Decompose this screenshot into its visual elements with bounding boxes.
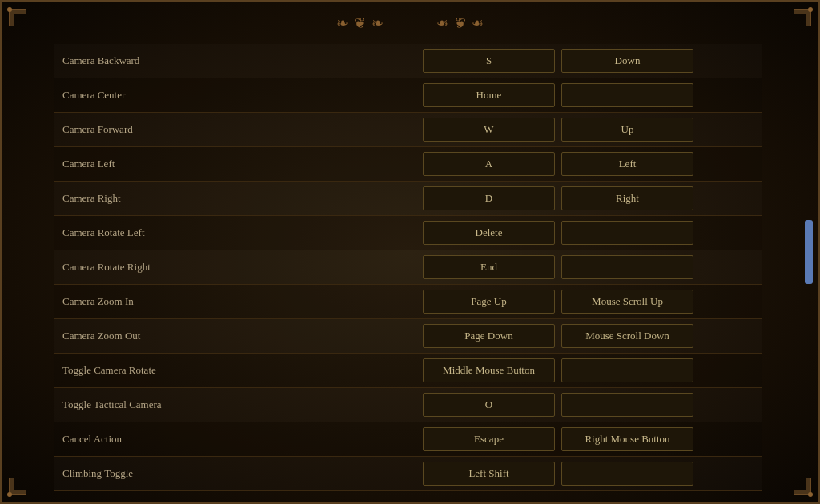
scrollbar[interactable] <box>805 220 813 284</box>
key-binding-secondary[interactable]: Down <box>561 49 693 73</box>
binding-name: Camera Backward <box>54 54 423 67</box>
key-binding-primary[interactable]: Home <box>423 83 555 107</box>
ornament-left: ❧ ❦ ❧ <box>336 14 400 36</box>
binding-name: Camera Zoom Out <box>54 330 423 342</box>
binding-name: Camera Rotate Left <box>54 226 423 239</box>
key-binding-primary[interactable]: Escape <box>423 427 555 451</box>
key-binding-primary[interactable]: Delete <box>423 221 555 245</box>
binding-keys: SDown <box>423 49 693 73</box>
key-binding-secondary[interactable]: Mouse Scroll Up <box>561 290 693 314</box>
table-row: Toggle Camera RotateMiddle Mouse Button <box>54 354 762 388</box>
binding-name: Camera Right <box>54 192 423 205</box>
key-binding-primary[interactable]: D <box>423 186 555 210</box>
svg-point-2 <box>7 492 12 497</box>
key-binding-secondary[interactable] <box>561 221 693 245</box>
key-binding-primary[interactable]: S <box>423 49 555 73</box>
binding-keys: Home <box>423 83 693 107</box>
svg-text:❦: ❦ <box>454 15 466 31</box>
binding-keys: ALeft <box>423 152 693 176</box>
binding-name: Camera Rotate Right <box>54 261 423 274</box>
binding-name: Camera Zoom In <box>54 295 423 308</box>
key-binding-primary[interactable]: O <box>423 393 555 417</box>
binding-name: Camera Forward <box>54 123 423 136</box>
key-binding-secondary[interactable] <box>561 255 693 279</box>
binding-name: Camera Left <box>54 158 423 170</box>
key-binding-secondary[interactable]: Left <box>561 152 693 176</box>
ornament-right: ❧ ❦ ❧ <box>420 14 484 36</box>
svg-text:❧: ❧ <box>472 15 484 31</box>
table-row: Camera ForwardWUp <box>54 113 762 147</box>
bindings-table: Camera BackwardSDownCamera CenterHome Ca… <box>2 44 818 491</box>
binding-name: Toggle Camera Rotate <box>54 364 423 377</box>
table-row: Cancel ActionEscapeRight Mouse Button <box>54 422 762 457</box>
binding-keys: End <box>423 255 693 279</box>
key-binding-secondary[interactable]: Mouse Scroll Down <box>561 324 693 348</box>
binding-keys: O <box>423 393 693 417</box>
header: ❧ ❦ ❧ ❧ ❦ ❧ <box>2 2 818 44</box>
key-binding-primary[interactable]: Page Down <box>423 324 555 348</box>
table-row: Camera LeftALeft <box>54 147 762 182</box>
binding-keys: DRight <box>423 186 693 210</box>
svg-text:❧: ❧ <box>372 15 384 31</box>
binding-keys: Delete <box>423 221 693 245</box>
svg-point-3 <box>808 492 813 497</box>
binding-keys: Page DownMouse Scroll Down <box>423 324 693 348</box>
key-binding-secondary[interactable] <box>561 83 693 107</box>
table-row: Camera CenterHome <box>54 78 762 113</box>
key-binding-secondary[interactable] <box>561 358 693 382</box>
svg-text:❧: ❧ <box>336 15 348 31</box>
binding-name: Toggle Tactical Camera <box>54 398 423 411</box>
table-row: Camera Zoom OutPage DownMouse Scroll Dow… <box>54 319 762 354</box>
table-row: Camera Zoom InPage UpMouse Scroll Up <box>54 285 762 319</box>
table-row: Camera Rotate RightEnd <box>54 250 762 285</box>
binding-keys: Middle Mouse Button <box>423 358 693 382</box>
svg-text:❦: ❦ <box>354 15 366 31</box>
binding-name: Climbing Toggle <box>54 467 423 480</box>
key-binding-primary[interactable]: Middle Mouse Button <box>423 358 555 382</box>
binding-name: Camera Center <box>54 89 423 102</box>
binding-keys: Left Shift <box>423 462 693 486</box>
table-row: Toggle Tactical CameraO <box>54 388 762 422</box>
binding-name: Cancel Action <box>54 433 423 446</box>
main-frame: ❧ ❦ ❧ ❧ ❦ ❧ Camera BackwardSDownCamera C… <box>0 0 820 504</box>
binding-keys: WUp <box>423 118 693 142</box>
key-binding-secondary[interactable]: Right Mouse Button <box>561 427 693 451</box>
binding-keys: EscapeRight Mouse Button <box>423 427 693 451</box>
key-binding-secondary[interactable] <box>561 393 693 417</box>
binding-keys: Page UpMouse Scroll Up <box>423 290 693 314</box>
table-row: Climbing ToggleLeft Shift <box>54 457 762 491</box>
key-binding-secondary[interactable] <box>561 462 693 486</box>
key-binding-primary[interactable]: Left Shift <box>423 462 555 486</box>
key-binding-primary[interactable]: W <box>423 118 555 142</box>
table-row: Camera RightDRight <box>54 182 762 216</box>
key-binding-secondary[interactable]: Up <box>561 118 693 142</box>
svg-text:❧: ❧ <box>436 15 448 31</box>
key-binding-primary[interactable]: A <box>423 152 555 176</box>
table-row: Camera Rotate LeftDelete <box>54 216 762 250</box>
table-row: Camera BackwardSDown <box>54 44 762 78</box>
key-binding-primary[interactable]: Page Up <box>423 290 555 314</box>
key-binding-secondary[interactable]: Right <box>561 186 693 210</box>
key-binding-primary[interactable]: End <box>423 255 555 279</box>
